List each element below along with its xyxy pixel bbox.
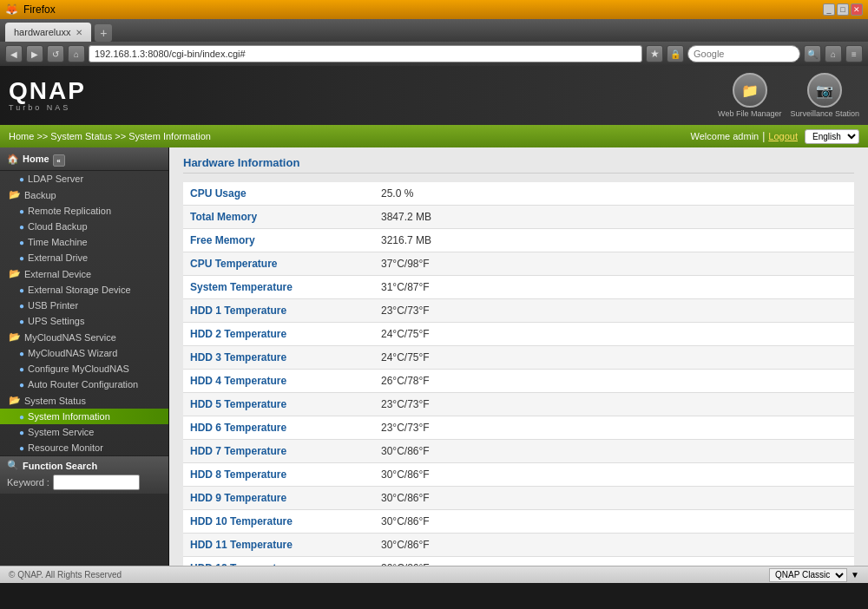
sidebar-item-configure-mycloudnas[interactable]: ● Configure MyCloudNAS: [0, 361, 168, 377]
bookmark-button[interactable]: ★: [646, 45, 663, 62]
row-value: 26°C/78°F: [374, 370, 854, 393]
sidebar-item-label: External Device: [24, 269, 91, 279]
system-status-folder-icon: 📂: [9, 395, 21, 406]
row-value: 30°C/86°F: [374, 440, 854, 463]
sidebar-item-label: Resource Monitor: [28, 442, 103, 453]
maximize-button[interactable]: □: [837, 3, 849, 16]
row-value: 30°C/86°F: [374, 510, 854, 534]
sidebar-item-resource-monitor[interactable]: ● Resource Monitor: [0, 440, 168, 455]
function-search-icon: 🔍: [7, 460, 19, 471]
welcome-text: Welcome admin: [691, 131, 760, 141]
sidebar-collapse-button[interactable]: «: [53, 154, 65, 167]
home-icon: 🏠: [7, 154, 19, 165]
tab-close-icon[interactable]: ✕: [76, 28, 82, 37]
table-row: HDD 1 Temperature23°C/73°F: [183, 299, 854, 323]
table-row: HDD 12 Temperature30°C/86°F: [183, 557, 854, 566]
row-value: 24°C/75°F: [374, 346, 854, 370]
row-value: 30°C/86°F: [374, 487, 854, 510]
logout-link[interactable]: Logout: [768, 131, 798, 141]
main-area: 🏠 Home « ● LDAP Server 📂 Backup ● Remote…: [0, 147, 868, 566]
table-row: Total Memory3847.2 MB: [183, 206, 854, 229]
theme-dropdown-icon: ▼: [851, 570, 859, 580]
row-value: 37°C/98°F: [374, 252, 854, 276]
sidebar-item-system-service[interactable]: ● System Service: [0, 424, 168, 440]
table-row: CPU Temperature37°C/98°F: [183, 252, 854, 276]
search-button[interactable]: 🔍: [804, 45, 821, 62]
sidebar-item-label: Remote Replication: [28, 206, 111, 216]
row-label: HDD 10 Temperature: [183, 510, 374, 534]
row-value: 30°C/86°F: [374, 463, 854, 487]
table-row: HDD 8 Temperature30°C/86°F: [183, 463, 854, 487]
row-label: HDD 9 Temperature: [183, 487, 374, 510]
language-select[interactable]: English: [805, 129, 859, 144]
browser-window-controls: _ □ ✕: [823, 3, 863, 16]
app-footer: © QNAP. All Rights Reserved QNAP Classic…: [0, 566, 868, 583]
sidebar-item-external-storage[interactable]: ● External Storage Device: [0, 282, 168, 298]
sys-service-icon: ●: [19, 428, 24, 437]
function-search-label: Function Search: [23, 461, 97, 471]
web-file-manager-button[interactable]: 📁 Web File Manager: [718, 73, 781, 118]
table-row: System Temperature31°C/87°F: [183, 276, 854, 299]
sidebar-item-external-drive[interactable]: ● External Drive: [0, 250, 168, 265]
table-row: HDD 6 Temperature23°C/73°F: [183, 416, 854, 440]
sidebar-item-backup[interactable]: 📂 Backup: [0, 187, 168, 203]
new-tab-button[interactable]: +: [95, 24, 112, 42]
surveillance-icon: 📷: [807, 73, 842, 108]
sidebar-home-header[interactable]: 🏠 Home «: [0, 147, 168, 171]
logo-sub: Turbo NAS: [9, 103, 70, 112]
function-search-title: 🔍 Function Search: [7, 460, 161, 471]
refresh-button[interactable]: ↺: [47, 45, 64, 62]
app-header: QNAP Turbo NAS 📁 Web File Manager 📷 Surv…: [0, 66, 868, 125]
sidebar-item-cloud-backup[interactable]: ● Cloud Backup: [0, 219, 168, 234]
qnap-logo: QNAP Turbo NAS: [9, 79, 86, 112]
sidebar-item-time-machine[interactable]: ● Time Machine: [0, 234, 168, 250]
row-value: 30°C/86°F: [374, 557, 854, 566]
table-row: HDD 4 Temperature26°C/78°F: [183, 370, 854, 393]
sidebar-item-mycloudnas[interactable]: 📂 MyCloudNAS Service: [0, 329, 168, 345]
row-label: HDD 5 Temperature: [183, 393, 374, 416]
sidebar-item-usb-printer[interactable]: ● USB Printer: [0, 298, 168, 313]
menu-button[interactable]: ≡: [845, 45, 863, 62]
auto-router-icon: ●: [19, 380, 24, 390]
time-machine-icon: ●: [19, 238, 24, 247]
keyword-row: Keyword :: [7, 475, 161, 490]
row-value: 30°C/86°F: [374, 534, 854, 557]
sys-info-icon: ●: [19, 412, 24, 422]
ups-icon: ●: [19, 317, 24, 326]
sidebar-item-external-device[interactable]: 📂 External Device: [0, 265, 168, 282]
sidebar-item-system-information[interactable]: ● System Information: [0, 409, 168, 424]
keyword-input[interactable]: [53, 475, 140, 490]
function-search-panel: 🔍 Function Search Keyword :: [0, 455, 168, 494]
forward-button[interactable]: ▶: [26, 45, 43, 62]
sidebar-item-label: External Storage Device: [28, 285, 131, 295]
sidebar-item-system-status[interactable]: 📂 System Status: [0, 392, 168, 409]
minimize-button[interactable]: _: [823, 3, 835, 16]
sidebar-item-label: Configure MyCloudNAS: [28, 363, 129, 374]
search-bar[interactable]: [687, 45, 800, 62]
browser-tab[interactable]: hardwareluxx ✕: [5, 23, 91, 42]
sidebar-item-ups[interactable]: ● UPS Settings: [0, 313, 168, 329]
breadcrumb: Home >> System Status >> System Informat…: [9, 131, 691, 141]
content-nav: Home >> System Status >> System Informat…: [0, 125, 868, 147]
back-button[interactable]: ◀: [5, 45, 23, 62]
lock-icon: 🔒: [667, 45, 684, 62]
sidebar-item[interactable]: ● LDAP Server: [0, 171, 168, 187]
cloud-backup-icon: ●: [19, 222, 24, 232]
table-row: HDD 11 Temperature30°C/86°F: [183, 534, 854, 557]
sidebar-item-label: MyCloudNAS Service: [24, 332, 116, 343]
sidebar-item-auto-router[interactable]: ● Auto Router Configuration: [0, 377, 168, 392]
home-icon-button[interactable]: ⌂: [825, 45, 842, 62]
wizard-icon: ●: [19, 349, 24, 358]
content-panel: Hardware Information CPU Usage25.0 %Tota…: [169, 147, 868, 566]
sidebar-item-mycloudnas-wizard[interactable]: ● MyCloudNAS Wizard: [0, 345, 168, 361]
home-button[interactable]: ⌂: [68, 45, 85, 62]
address-bar[interactable]: [89, 45, 642, 62]
ext-device-folder-icon: 📂: [9, 268, 21, 279]
row-value: 3216.7 MB: [374, 229, 854, 252]
theme-select[interactable]: QNAP Classic: [769, 568, 847, 582]
sidebar-item-remote-replication[interactable]: ● Remote Replication: [0, 203, 168, 219]
close-button[interactable]: ✕: [851, 3, 863, 16]
sidebar-item-label: Cloud Backup: [28, 221, 88, 232]
surveillance-station-button[interactable]: 📷 Surveillance Station: [790, 73, 859, 118]
content-inner: Hardware Information CPU Usage25.0 %Tota…: [169, 147, 868, 566]
